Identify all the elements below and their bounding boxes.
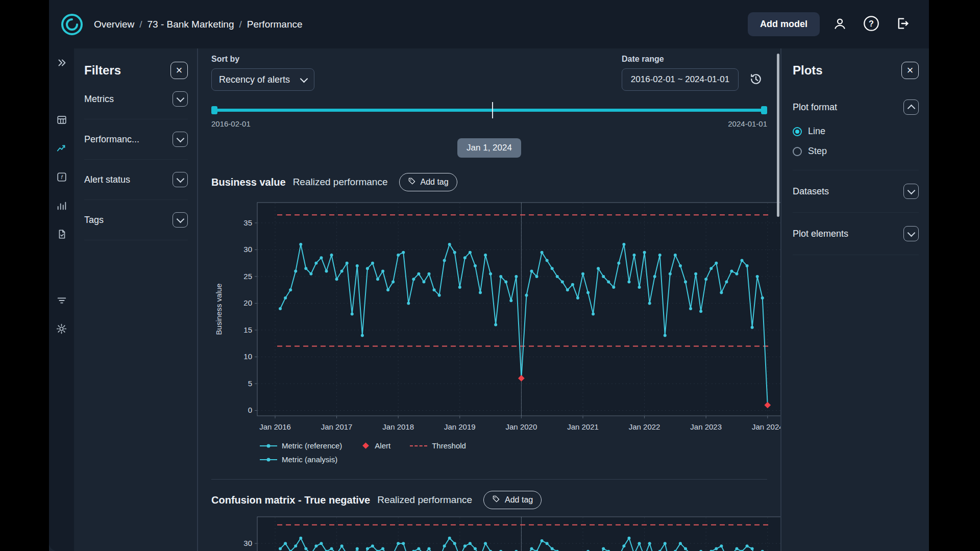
nav-reports-button[interactable] [54,228,69,241]
filter-label-tags: Tags [84,215,104,226]
date-range-label: Date range [622,55,767,64]
sort-by-dropdown[interactable]: Recency of alerts [211,68,314,91]
legend-item-alert: Alert [361,441,390,450]
date-range-input[interactable]: 2016-02-01 ~ 2024-01-01 [622,68,739,91]
nav-data-table-button[interactable] [54,114,69,127]
date-range-slider[interactable] [211,105,767,115]
date-range-group: Date range 2016-02-01 ~ 2024-01-01 [622,55,767,91]
filter-section-alert-status: Alert status [84,160,188,200]
slider-end-label: 2024-01-01 [728,119,767,128]
slider-handle-start[interactable] [211,106,217,114]
breadcrumb-model[interactable]: 73 - Bank Marketing [147,19,234,30]
date-history-button[interactable] [745,68,767,91]
logout-button[interactable] [891,13,915,36]
app-window: Overview / 73 - Bank Marketing / Perform… [49,0,929,551]
legend-label: Threshold [432,441,466,450]
add-tag-button[interactable]: Add tag [399,173,457,191]
plots-close-button[interactable]: × [901,62,919,79]
table-icon [56,114,67,127]
radio-label: Step [808,146,827,157]
legend-label: Metric (reference) [282,441,342,450]
help-button[interactable]: ? [860,13,883,36]
app-logo-icon[interactable] [60,13,84,36]
svg-text:35: 35 [243,218,252,227]
business-value-chart[interactable]: 05101520253035Jan 2016Jan 2017Jan 2018Ja… [211,198,780,439]
slider-cursor[interactable] [492,102,493,118]
question-mark-icon: ? [863,15,879,33]
legend-item-threshold: Threshold [410,441,466,450]
plots-title: Plots [793,63,823,78]
svg-text:30: 30 [243,539,252,547]
legend-label: Metric (analysis) [282,455,337,464]
add-model-button[interactable]: Add model [748,12,820,36]
filter-performance-expand-button[interactable] [173,132,188,147]
nav-functions-button[interactable]: f [54,171,69,184]
main-scrollbar[interactable] [777,54,779,217]
svg-text:10: 10 [243,352,252,361]
svg-text:Jan 2019: Jan 2019 [444,422,476,431]
breadcrumb-separator: / [139,19,142,30]
svg-text:15: 15 [243,325,252,334]
filter-metrics-expand-button[interactable] [173,91,188,107]
plot-format-option-line[interactable]: Line [793,126,919,137]
breadcrumb-overview[interactable]: Overview [94,19,134,30]
user-account-button[interactable] [828,13,851,36]
filter-alert-status-expand-button[interactable] [173,172,188,187]
svg-text:f: f [61,174,63,180]
sort-by-label: Sort by [211,55,314,64]
tag-icon [408,177,416,187]
datasets-expand-button[interactable] [903,184,919,199]
plot-format-collapse-button[interactable] [903,99,919,115]
filters-close-button[interactable]: × [170,62,188,79]
chevron-down-icon [176,174,184,183]
add-tag-label: Add tag [421,178,449,187]
plot-elements-expand-button[interactable] [903,226,919,241]
section-title: Business value [211,177,286,188]
slider-track[interactable] [211,109,767,112]
main-content: Sort by Recency of alerts Date range 201… [198,48,780,551]
filter-tags-expand-button[interactable] [173,212,188,228]
datasets-label: Datasets [793,186,829,197]
nav-bar-chart-button[interactable] [54,199,69,213]
svg-text:Business value: Business value [214,284,223,335]
plot-format-label: Plot format [793,102,837,113]
filter-label-alert-status: Alert status [84,174,130,185]
close-icon: × [176,65,183,76]
slider-handle-end[interactable] [761,106,767,114]
radio-icon [793,127,802,136]
nav-performance-button[interactable] [54,142,69,156]
filter-section-tags: Tags [84,200,188,240]
chevron-down-icon [176,94,184,102]
add-tag-button[interactable]: Add tag [483,491,542,509]
document-check-icon [56,229,67,241]
sidebar-expand-button[interactable] [54,57,69,70]
filter-section-performance: Performanc... [84,119,188,160]
plot-format-options: Line Step [793,126,919,170]
chart-legend: Metric (reference) Alert Threshold Metri… [260,441,767,464]
top-bar: Overview / 73 - Bank Marketing / Perform… [49,0,929,48]
legend-alert-diamond-icon [362,442,369,449]
filter-label-metrics: Metrics [84,94,114,105]
filter-lines-icon [56,295,67,308]
slider-start-label: 2016-02-01 [211,119,251,128]
section-header-business-value: Business value Realized performance Add … [211,173,767,191]
legend-item-metric-analysis: Metric (analysis) [260,455,342,464]
nav-filter-lines-button[interactable] [54,294,69,308]
section-header-confusion-matrix: Confusion matrix - True negative Realize… [211,491,767,509]
svg-text:Jan 2024: Jan 2024 [752,422,780,431]
double-chevron-right-icon [56,57,67,70]
confusion-matrix-true-negative-chart[interactable]: 302520 [211,516,780,551]
svg-text:?: ? [869,19,874,28]
section-divider [211,479,767,480]
close-icon: × [907,65,914,76]
svg-text:Jan 2022: Jan 2022 [629,422,660,431]
chevron-down-icon [907,229,915,237]
settings-button[interactable] [54,323,69,336]
function-icon: f [56,171,67,184]
content-toolbar: Sort by Recency of alerts Date range 201… [211,55,767,91]
svg-text:Jan 2017: Jan 2017 [321,422,353,431]
svg-text:Jan 2020: Jan 2020 [506,422,537,431]
plot-format-option-step[interactable]: Step [793,146,919,157]
svg-text:20: 20 [243,298,252,307]
legend-line-marker-icon [260,445,277,446]
